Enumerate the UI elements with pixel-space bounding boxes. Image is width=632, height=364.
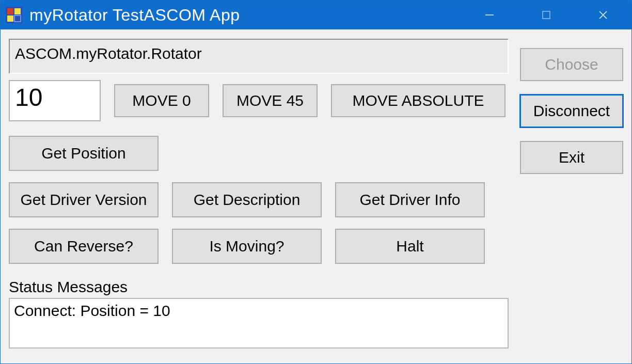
- svg-rect-4: [14, 15, 21, 22]
- main-column: ASCOM.myRotator.Rotator 10 MOVE 0 MOVE 4…: [9, 39, 509, 355]
- get-description-button[interactable]: Get Description: [172, 182, 322, 217]
- client-area: ASCOM.myRotator.Rotator 10 MOVE 0 MOVE 4…: [1, 29, 631, 363]
- status-label: Status Messages: [9, 278, 509, 296]
- control-row: Can Reverse? Is Moving? Halt: [9, 229, 509, 264]
- status-messages: Connect: Position = 10: [9, 298, 509, 349]
- driver-id-display: ASCOM.myRotator.Rotator: [9, 39, 509, 74]
- position-row: Get Position: [9, 136, 509, 171]
- get-driver-info-button[interactable]: Get Driver Info: [335, 182, 485, 217]
- info-row: Get Driver Version Get Description Get D…: [9, 182, 509, 217]
- choose-button: Choose: [520, 48, 623, 81]
- system-buttons: [461, 1, 631, 29]
- app-icon: [6, 7, 22, 23]
- window-title: myRotator TestASCOM App: [29, 6, 461, 25]
- svg-rect-3: [7, 15, 13, 22]
- move-row: 10 MOVE 0 MOVE 45 MOVE ABSOLUTE: [9, 80, 509, 121]
- can-reverse-button[interactable]: Can Reverse?: [9, 229, 159, 264]
- position-input[interactable]: 10: [9, 80, 101, 121]
- move-0-button[interactable]: MOVE 0: [114, 84, 209, 117]
- minimize-icon: [484, 10, 495, 20]
- close-button[interactable]: [575, 1, 631, 29]
- get-driver-version-button[interactable]: Get Driver Version: [9, 182, 159, 217]
- titlebar: myRotator TestASCOM App: [1, 1, 631, 29]
- move-absolute-button[interactable]: MOVE ABSOLUTE: [331, 84, 505, 117]
- halt-button[interactable]: Halt: [335, 229, 485, 264]
- exit-button[interactable]: Exit: [520, 141, 623, 174]
- svg-rect-2: [14, 8, 21, 14]
- side-column: Choose Disconnect Exit: [520, 39, 623, 355]
- svg-rect-1: [7, 8, 13, 14]
- maximize-button[interactable]: [518, 1, 575, 29]
- maximize-icon: [542, 10, 551, 20]
- disconnect-button[interactable]: Disconnect: [520, 94, 623, 128]
- app-window: myRotator TestASCOM App ASCOM.my: [0, 0, 632, 364]
- is-moving-button[interactable]: Is Moving?: [172, 229, 322, 264]
- minimize-button[interactable]: [461, 1, 518, 29]
- svg-rect-6: [543, 11, 550, 19]
- close-icon: [598, 10, 608, 20]
- move-45-button[interactable]: MOVE 45: [223, 84, 318, 117]
- get-position-button[interactable]: Get Position: [9, 136, 159, 171]
